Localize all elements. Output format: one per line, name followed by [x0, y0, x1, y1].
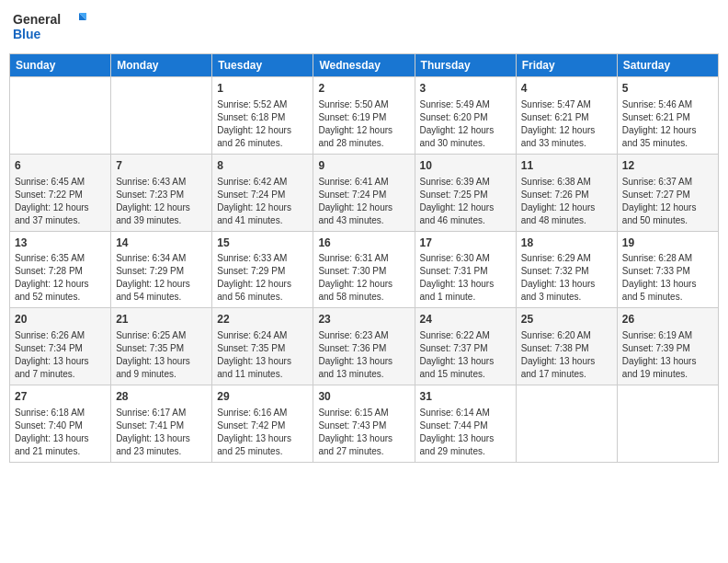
calendar-cell: 18Sunrise: 6:29 AM Sunset: 7:32 PM Dayli… [516, 231, 617, 308]
day-number: 29 [217, 389, 308, 405]
calendar-cell: 10Sunrise: 6:39 AM Sunset: 7:25 PM Dayli… [415, 154, 516, 231]
day-content: Sunrise: 6:20 AM Sunset: 7:38 PM Dayligh… [521, 329, 612, 381]
calendar-cell: 2Sunrise: 5:50 AM Sunset: 6:19 PM Daylig… [313, 77, 415, 155]
calendar-cell: 11Sunrise: 6:38 AM Sunset: 7:26 PM Dayli… [516, 154, 617, 231]
day-number: 24 [420, 312, 511, 327]
calendar-cell: 19Sunrise: 6:28 AM Sunset: 7:33 PM Dayli… [617, 231, 718, 308]
day-number: 26 [622, 312, 713, 327]
day-content: Sunrise: 6:24 AM Sunset: 7:35 PM Dayligh… [217, 329, 308, 381]
calendar-cell: 21Sunrise: 6:25 AM Sunset: 7:35 PM Dayli… [111, 308, 212, 385]
day-content: Sunrise: 6:42 AM Sunset: 7:24 PM Dayligh… [217, 176, 308, 227]
calendar-cell: 5Sunrise: 5:46 AM Sunset: 6:21 PM Daylig… [617, 77, 718, 155]
day-number: 11 [521, 158, 612, 174]
day-content: Sunrise: 6:38 AM Sunset: 7:26 PM Dayligh… [521, 176, 612, 227]
day-number: 15 [217, 236, 308, 251]
day-content: Sunrise: 6:45 AM Sunset: 7:22 PM Dayligh… [15, 176, 106, 227]
day-content: Sunrise: 6:43 AM Sunset: 7:23 PM Dayligh… [116, 176, 207, 227]
day-content: Sunrise: 6:33 AM Sunset: 7:29 PM Dayligh… [217, 252, 308, 304]
day-number: 6 [15, 158, 106, 174]
day-number: 3 [420, 81, 511, 97]
day-content: Sunrise: 6:22 AM Sunset: 7:37 PM Dayligh… [420, 329, 511, 381]
calendar-cell: 9Sunrise: 6:41 AM Sunset: 7:24 PM Daylig… [313, 154, 415, 231]
logo: General Blue [13, 9, 86, 46]
day-number: 22 [217, 312, 308, 327]
day-content: Sunrise: 6:23 AM Sunset: 7:36 PM Dayligh… [318, 329, 409, 381]
day-content: Sunrise: 6:34 AM Sunset: 7:29 PM Dayligh… [116, 252, 207, 304]
calendar-cell: 6Sunrise: 6:45 AM Sunset: 7:22 PM Daylig… [10, 154, 111, 231]
day-content: Sunrise: 6:19 AM Sunset: 7:39 PM Dayligh… [622, 329, 713, 381]
calendar-cell: 28Sunrise: 6:17 AM Sunset: 7:41 PM Dayli… [111, 385, 212, 463]
day-number: 27 [15, 389, 106, 405]
svg-text:Blue: Blue [13, 27, 41, 41]
day-number: 30 [318, 389, 409, 405]
day-number: 2 [318, 81, 409, 97]
calendar-cell [617, 385, 718, 463]
day-content: Sunrise: 6:26 AM Sunset: 7:34 PM Dayligh… [15, 329, 106, 381]
day-number: 21 [116, 312, 207, 327]
calendar-cell: 29Sunrise: 6:16 AM Sunset: 7:42 PM Dayli… [212, 385, 313, 463]
calendar-cell: 12Sunrise: 6:37 AM Sunset: 7:27 PM Dayli… [617, 154, 718, 231]
column-header-sunday: Sunday [10, 54, 111, 77]
column-header-wednesday: Wednesday [313, 54, 415, 77]
day-number: 9 [318, 158, 409, 174]
day-number: 17 [420, 236, 511, 251]
calendar-cell [516, 385, 617, 463]
calendar-cell: 24Sunrise: 6:22 AM Sunset: 7:37 PM Dayli… [415, 308, 516, 385]
day-number: 8 [217, 158, 308, 174]
day-number: 20 [15, 312, 106, 327]
calendar-cell: 26Sunrise: 6:19 AM Sunset: 7:39 PM Dayli… [617, 308, 718, 385]
day-number: 4 [521, 81, 612, 97]
column-header-saturday: Saturday [617, 54, 718, 77]
header-row: SundayMondayTuesdayWednesdayThursdayFrid… [10, 54, 719, 77]
day-content: Sunrise: 6:25 AM Sunset: 7:35 PM Dayligh… [116, 329, 207, 381]
calendar-week-2: 6Sunrise: 6:45 AM Sunset: 7:22 PM Daylig… [10, 154, 719, 231]
day-number: 28 [116, 389, 207, 405]
column-header-thursday: Thursday [415, 54, 516, 77]
calendar-cell: 22Sunrise: 6:24 AM Sunset: 7:35 PM Dayli… [212, 308, 313, 385]
day-content: Sunrise: 6:15 AM Sunset: 7:43 PM Dayligh… [318, 407, 409, 458]
day-content: Sunrise: 6:29 AM Sunset: 7:32 PM Dayligh… [521, 252, 612, 304]
calendar-table: SundayMondayTuesdayWednesdayThursdayFrid… [9, 53, 719, 463]
svg-text:General: General [13, 12, 61, 27]
calendar-week-4: 20Sunrise: 6:26 AM Sunset: 7:34 PM Dayli… [10, 308, 719, 385]
calendar-cell [10, 77, 111, 155]
day-number: 25 [521, 312, 612, 327]
calendar-cell: 23Sunrise: 6:23 AM Sunset: 7:36 PM Dayli… [313, 308, 415, 385]
day-number: 13 [15, 236, 106, 251]
day-content: Sunrise: 6:41 AM Sunset: 7:24 PM Dayligh… [318, 176, 409, 227]
calendar-cell: 15Sunrise: 6:33 AM Sunset: 7:29 PM Dayli… [212, 231, 313, 308]
day-content: Sunrise: 5:49 AM Sunset: 6:20 PM Dayligh… [420, 98, 511, 150]
day-number: 10 [420, 158, 511, 174]
day-number: 16 [318, 236, 409, 251]
column-header-tuesday: Tuesday [212, 54, 313, 77]
day-number: 12 [622, 158, 713, 174]
calendar-cell: 4Sunrise: 5:47 AM Sunset: 6:21 PM Daylig… [516, 77, 617, 155]
day-number: 19 [622, 236, 713, 251]
calendar-cell: 8Sunrise: 6:42 AM Sunset: 7:24 PM Daylig… [212, 154, 313, 231]
page-header: General Blue [9, 9, 719, 46]
calendar-cell: 16Sunrise: 6:31 AM Sunset: 7:30 PM Dayli… [313, 231, 415, 308]
day-number: 14 [116, 236, 207, 251]
day-number: 5 [622, 81, 713, 97]
day-content: Sunrise: 6:28 AM Sunset: 7:33 PM Dayligh… [622, 252, 713, 304]
day-content: Sunrise: 5:52 AM Sunset: 6:18 PM Dayligh… [217, 98, 308, 150]
day-content: Sunrise: 6:35 AM Sunset: 7:28 PM Dayligh… [15, 252, 106, 304]
calendar-cell: 13Sunrise: 6:35 AM Sunset: 7:28 PM Dayli… [10, 231, 111, 308]
day-number: 1 [217, 81, 308, 97]
day-number: 7 [116, 158, 207, 174]
day-content: Sunrise: 5:47 AM Sunset: 6:21 PM Dayligh… [521, 98, 612, 150]
calendar-cell: 1Sunrise: 5:52 AM Sunset: 6:18 PM Daylig… [212, 77, 313, 155]
day-content: Sunrise: 6:37 AM Sunset: 7:27 PM Dayligh… [622, 176, 713, 227]
day-number: 31 [420, 389, 511, 405]
day-content: Sunrise: 6:30 AM Sunset: 7:31 PM Dayligh… [420, 252, 511, 304]
calendar-week-1: 1Sunrise: 5:52 AM Sunset: 6:18 PM Daylig… [10, 77, 719, 155]
column-header-friday: Friday [516, 54, 617, 77]
calendar-week-3: 13Sunrise: 6:35 AM Sunset: 7:28 PM Dayli… [10, 231, 719, 308]
column-header-monday: Monday [111, 54, 212, 77]
day-content: Sunrise: 5:46 AM Sunset: 6:21 PM Dayligh… [622, 98, 713, 150]
day-number: 23 [318, 312, 409, 327]
calendar-cell: 3Sunrise: 5:49 AM Sunset: 6:20 PM Daylig… [415, 77, 516, 155]
calendar-cell: 25Sunrise: 6:20 AM Sunset: 7:38 PM Dayli… [516, 308, 617, 385]
calendar-cell: 7Sunrise: 6:43 AM Sunset: 7:23 PM Daylig… [111, 154, 212, 231]
day-content: Sunrise: 6:16 AM Sunset: 7:42 PM Dayligh… [217, 407, 308, 458]
